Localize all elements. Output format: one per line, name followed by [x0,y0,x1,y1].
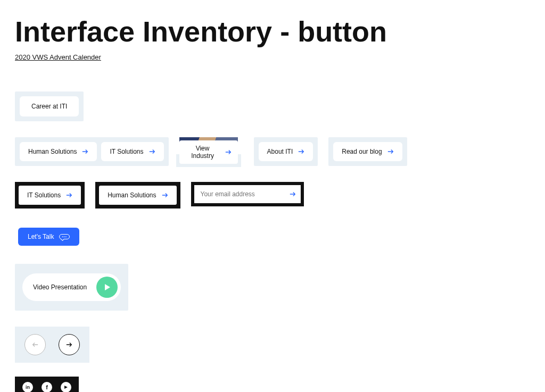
youtube-icon[interactable] [61,382,71,392]
it-solutions-dark-button[interactable]: IT Solutions [19,186,81,205]
human-solutions-dark-button[interactable]: Human Solutions [99,186,176,205]
video-presentation-label: Video Presentation [33,283,87,291]
arrow-right-icon [82,149,88,154]
play-icon [104,283,111,291]
arrow-right-icon [298,149,304,154]
black-frame-human: Human Solutions [95,182,180,208]
arrow-right-icon [66,342,72,347]
panel-career: Career at ITI [15,91,84,121]
arrow-right-icon [387,149,394,154]
arrow-right-icon [290,190,296,198]
panel-nav-arrows [15,327,89,363]
nav-next-button[interactable] [59,334,80,355]
page-title: Interface Inventory - button [15,15,530,48]
human-solutions-dark-label: Human Solutions [108,191,156,199]
panel-about: About ITI [254,137,318,166]
about-button[interactable]: About ITI [259,142,313,161]
chat-bubble-icon: ••• [59,234,69,239]
arrow-right-icon [66,193,72,198]
it-solutions-label: IT Solutions [110,148,143,155]
social-bar: in f [15,377,79,392]
black-frame-it: IT Solutions [15,182,85,208]
human-solutions-label: Human Solutions [28,148,77,155]
about-label: About ITI [267,148,293,155]
view-industry-label: View Industry [186,145,220,160]
career-label: Career at ITI [31,103,67,110]
panel-video: Video Presentation [15,264,128,311]
email-submit-button[interactable] [285,185,301,203]
play-button[interactable] [96,277,118,298]
it-solutions-dark-label: IT Solutions [27,191,61,199]
it-solutions-button[interactable]: IT Solutions [101,142,163,161]
nav-prev-button[interactable] [24,334,46,355]
video-presentation-pill: Video Presentation [22,273,121,301]
panel-human-it: Human Solutions IT Solutions [15,137,169,166]
email-input[interactable] [194,185,285,203]
arrow-right-icon [225,149,232,155]
view-industry-button[interactable]: View Industry [179,140,238,164]
arrow-right-icon [162,193,168,198]
arrow-right-icon [149,149,155,154]
linkedin-icon[interactable]: in [22,382,33,392]
lets-talk-label: Let's Talk [28,233,54,240]
career-button[interactable]: Career at ITI [20,96,79,116]
human-solutions-button[interactable]: Human Solutions [20,142,97,161]
industry-image-strip: View Industry [179,137,238,161]
blog-button[interactable]: Read our blog [333,142,402,161]
panel-blog: Read our blog [328,137,407,166]
facebook-icon[interactable]: f [42,382,52,392]
blog-label: Read our blog [342,148,382,155]
subtitle-link[interactable]: 2020 VWS Advent Calender [15,53,101,61]
lets-talk-button[interactable]: Let's Talk ••• [18,228,79,246]
arrow-left-icon [32,342,38,347]
black-frame-email [191,182,304,206]
